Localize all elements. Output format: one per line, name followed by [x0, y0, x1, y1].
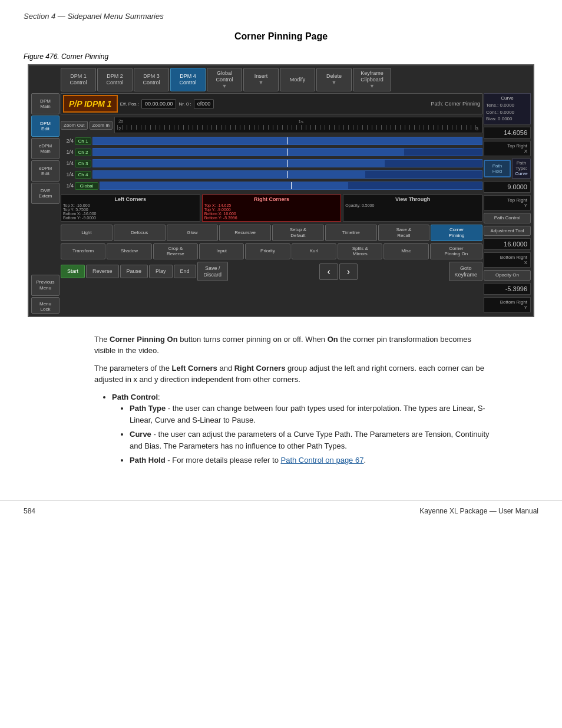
- crop-reverse-btn[interactable]: Crop &Reverse: [153, 243, 198, 259]
- edpm-edit-btn[interactable]: eDPMEdit: [31, 160, 59, 182]
- kurl-btn[interactable]: Kurl: [292, 243, 336, 259]
- right-value-1: 14.6056: [484, 127, 531, 139]
- bottom-right-x-label: Bottom RightX: [484, 252, 531, 268]
- curve-section: Curve Tens.: 0.0000 Cont.: 0.0000 Bias: …: [484, 93, 531, 124]
- dpm2-control-btn[interactable]: DPM 2Control: [97, 68, 133, 91]
- right-corners-bold: Right Corners: [234, 364, 286, 373]
- right-value-2: 9.0000: [484, 181, 531, 193]
- left-top-y: Top Y: 5.7500: [63, 207, 198, 212]
- view-through-opacity: Opacity: 0.5000: [345, 203, 480, 207]
- right-corners-title: Right Corners: [204, 196, 339, 202]
- channel-row-1: 2/4 Ch 1: [61, 136, 482, 146]
- adjustment-tool-btn[interactable]: Adjustment Tool: [484, 226, 531, 236]
- path-control-link[interactable]: Path Control on page 67: [280, 456, 363, 465]
- paragraph-1: The Corner Pinning On button turns corne…: [94, 334, 491, 357]
- curve-bold: Curve: [130, 430, 151, 439]
- zoom-out-btn[interactable]: Zoom Out: [61, 121, 88, 130]
- transform-btn[interactable]: Transform: [61, 243, 105, 259]
- splits-mirrors-btn[interactable]: Splits &Mirrors: [338, 243, 382, 259]
- dpm3-control-btn[interactable]: DPM 3Control: [134, 68, 169, 91]
- global-bar: [100, 182, 482, 190]
- main-row: DPMMain DPMEdit eDPMMain eDPMEdit DVEExt…: [31, 93, 531, 313]
- dpm-main-btn[interactable]: DPMMain: [31, 93, 59, 114]
- delete-btn[interactable]: Delete▼: [316, 68, 352, 91]
- channel-rows: 2/4 Ch 1 1/4 Ch 2: [61, 136, 482, 191]
- goto-keyframe-btn[interactable]: GotoKeyframe: [449, 262, 482, 282]
- timeline-btn[interactable]: Timeline: [325, 225, 377, 241]
- ch1-btn[interactable]: Ch 1: [75, 137, 91, 145]
- path-control-bold: Path Control: [112, 393, 158, 401]
- save-recall-btn[interactable]: Save &Recall: [378, 225, 430, 241]
- play-btn[interactable]: Play: [149, 265, 173, 278]
- right-sidebar: Curve Tens.: 0.0000 Cont.: 0.0000 Bias: …: [484, 93, 531, 313]
- ch3-bar: [92, 159, 482, 167]
- modify-btn[interactable]: Modify: [280, 68, 315, 91]
- ch2-btn[interactable]: Ch 2: [75, 149, 91, 156]
- priority-btn[interactable]: Priority: [245, 243, 290, 259]
- back-arrow-btn[interactable]: ‹: [319, 263, 338, 280]
- end-btn[interactable]: End: [174, 265, 196, 278]
- setup-default-btn[interactable]: Setup &Default: [272, 225, 324, 241]
- previous-menu-btn[interactable]: PreviousMenu: [31, 275, 59, 296]
- timeline-start-label2: 2: [118, 126, 121, 131]
- edpm-main-btn[interactable]: eDPMMain: [31, 138, 59, 159]
- pause-btn[interactable]: Pause: [120, 265, 148, 278]
- glow-btn[interactable]: Glow: [167, 225, 219, 241]
- recursive-btn[interactable]: Recursive: [219, 225, 271, 241]
- light-btn[interactable]: Light: [61, 225, 113, 241]
- dpm4-control-btn[interactable]: DPM 4Control: [170, 68, 206, 91]
- top-right-x-label: Top RightX: [484, 141, 531, 156]
- zoom-in-btn[interactable]: Zoom In: [90, 121, 113, 130]
- page-footer: 584 Kayenne XL Package — User Manual: [0, 500, 562, 521]
- nav-bottom-bar: Start Reverse Pause Play End Save /Disca…: [61, 262, 482, 282]
- menu-lock-btn[interactable]: MenuLock: [31, 297, 59, 314]
- global-control-btn[interactable]: GlobalControl▼: [207, 68, 242, 91]
- keyframe-clipboard-btn[interactable]: KeyframeClipboard▼: [353, 68, 391, 91]
- input-btn[interactable]: Input: [199, 243, 244, 259]
- tens-value: Tens.: 0.0000: [486, 102, 528, 108]
- right-bottom-y: Bottom Y: -5.3996: [204, 216, 339, 220]
- center-panel: P/P IDPM 1 Eff. Pos.: 00.00.00.00 Nr. 0 …: [61, 93, 482, 313]
- dve-extern-btn[interactable]: DVEExtern: [31, 183, 59, 204]
- cont-value: Cont.: 0.0000: [486, 109, 528, 116]
- insert-btn[interactable]: Insert▼: [243, 68, 279, 91]
- left-corners-box: Left Corners Top X: -16.000 Top Y: 5.750…: [61, 195, 200, 222]
- corner-pinning-on-bold: Corner Pinning On: [110, 335, 178, 344]
- global-ch-btn[interactable]: Global: [75, 182, 98, 190]
- right-corners-box: Right Corners Top X: -14.625 Top Y: -9.0…: [202, 195, 342, 222]
- page-number: 584: [24, 507, 35, 515]
- path-hold-btn[interactable]: Path Hold: [484, 160, 511, 177]
- bottom-right-y-label: Bottom RightY: [484, 297, 531, 312]
- ch4-btn[interactable]: Ch 4: [75, 171, 91, 179]
- corner-pinning-on-btn[interactable]: CornerPinning On: [430, 243, 482, 259]
- reverse-btn[interactable]: Reverse: [86, 265, 119, 278]
- dpm-edit-btn[interactable]: DPMEdit: [31, 116, 59, 137]
- misc-btn[interactable]: Misc: [384, 243, 428, 259]
- path-control-btn[interactable]: Path Control: [484, 213, 531, 223]
- defocus-btn[interactable]: Defocus: [114, 225, 166, 241]
- start-btn[interactable]: Start: [61, 265, 85, 278]
- path-type-bullet: Path Type - the user can change between …: [130, 403, 491, 426]
- right-value-4: -5.3996: [484, 283, 531, 295]
- paragraph-2: The parameters of the Left Corners and R…: [94, 363, 491, 386]
- curve-label: Curve: [486, 95, 528, 101]
- timeline-start-label: 2s: [118, 118, 123, 124]
- ch1-fraction: 2/4: [61, 138, 74, 144]
- opacity-on-btn[interactable]: Opacity On: [484, 270, 531, 281]
- info-bar: P/P IDPM 1 Eff. Pos.: 00.00.00.00 Nr. 0 …: [61, 93, 482, 114]
- right-top-x: Top X: -14.625: [204, 203, 339, 207]
- save-discard-btn[interactable]: Save /Discard: [197, 262, 229, 282]
- right-top-y: Top Y: -9.0000: [204, 207, 339, 212]
- dpm1-control-btn[interactable]: DPM 1Control: [61, 68, 96, 91]
- on-bold: On: [328, 335, 338, 344]
- corner-pinning-btn[interactable]: CornerPinning: [431, 225, 482, 241]
- ch3-btn[interactable]: Ch 3: [75, 160, 91, 167]
- timeline-end-label: 3: [476, 126, 478, 131]
- shadow-btn[interactable]: Shadow: [107, 243, 151, 259]
- forward-arrow-btn[interactable]: ›: [339, 263, 358, 280]
- ui-panel: DPM 1Control DPM 2Control DPM 3Control D…: [28, 64, 534, 317]
- section-header: Section 4 — Sidepanel Menu Summaries: [24, 12, 538, 21]
- left-sidebar: DPMMain DPMEdit eDPMMain eDPMEdit DVEExt…: [31, 93, 59, 313]
- channel-row-3: 1/4 Ch 3: [61, 158, 482, 169]
- path-type-bold: Path Type: [130, 404, 166, 413]
